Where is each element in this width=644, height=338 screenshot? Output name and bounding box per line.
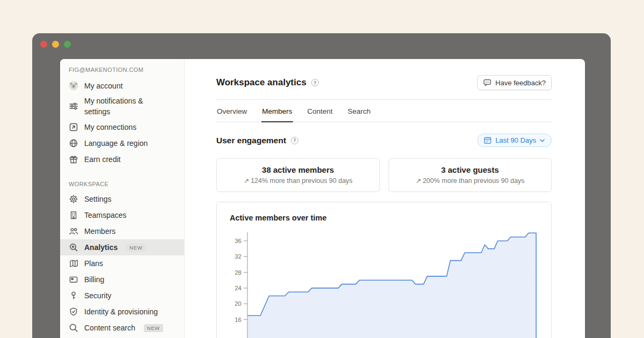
- new-badge: NEW: [144, 324, 163, 332]
- engagement-title-text: User engagement: [216, 136, 286, 145]
- sidebar-item-identity-provisioning[interactable]: Identity & provisioning: [60, 304, 184, 320]
- people-icon: [69, 226, 78, 236]
- sidebar-item-language-region[interactable]: Language & region: [60, 135, 184, 151]
- sidebar-item-billing[interactable]: Billing: [60, 271, 184, 288]
- date-range-label: Last 90 Days: [495, 136, 536, 144]
- trend-up-icon: ↗: [244, 177, 249, 185]
- zoom-in-icon: [69, 243, 78, 252]
- sidebar-item-earn-credit[interactable]: Earn credit: [60, 151, 184, 167]
- engagement-header: User engagement ? Last 90 Days: [216, 134, 552, 147]
- sidebar-item-label: Settings: [84, 195, 112, 203]
- sidebar-item-label: Members: [84, 227, 115, 236]
- active-guests-card: 3 active guests ↗200% more than previous…: [389, 158, 552, 192]
- active-members-delta: ↗124% more than previous 90 days: [221, 177, 375, 185]
- help-icon[interactable]: ?: [291, 137, 298, 144]
- calendar-icon: [484, 136, 492, 144]
- active-members-card: 38 active members ↗124% more than previo…: [216, 158, 380, 192]
- settings-sidebar: FIG@MAKENOTION.COM My account My noti: [60, 59, 185, 338]
- sidebar-item-label: Plans: [84, 259, 103, 268]
- stat-cards: 38 active members ↗124% more than previo…: [216, 158, 552, 192]
- tab-overview[interactable]: Overview: [216, 100, 247, 122]
- sidebar-item-analytics[interactable]: Analytics NEW: [60, 239, 184, 255]
- sidebar-item-label: My notifications & settings: [84, 95, 166, 117]
- window-controls: [40, 41, 71, 48]
- arrow-up-right-box-icon: [69, 122, 78, 132]
- have-feedback-label: Have feedback?: [495, 79, 546, 87]
- chart-title: Active members over time: [230, 214, 538, 222]
- sidebar-item-label: Earn credit: [84, 155, 121, 164]
- sidebar-item-content-search[interactable]: Content search NEW: [60, 320, 184, 336]
- page-title-text: Workspace analytics: [216, 77, 306, 88]
- sidebar-item-my-account[interactable]: My account: [60, 78, 184, 94]
- date-range-filter[interactable]: Last 90 Days: [477, 134, 552, 147]
- page-title: Workspace analytics ?: [216, 77, 319, 88]
- sidebar-item-label: Content search: [84, 324, 135, 332]
- sidebar-item-label: Language & region: [84, 139, 148, 148]
- new-badge: NEW: [126, 244, 145, 252]
- svg-text:32: 32: [235, 253, 241, 260]
- workspace-section-label: WORKSPACE: [60, 181, 184, 187]
- search-icon: [69, 323, 78, 333]
- tab-search[interactable]: Search: [347, 100, 371, 122]
- gift-icon: [69, 155, 78, 164]
- credit-card-icon: [69, 275, 78, 284]
- active-members-area-chart: 162024283236: [230, 229, 538, 338]
- zoom-window-button[interactable]: [64, 41, 71, 48]
- building-icon: [69, 210, 78, 220]
- have-feedback-button[interactable]: Have feedback?: [477, 75, 552, 90]
- sidebar-item-members[interactable]: Members: [60, 223, 184, 239]
- sidebar-item-label: Billing: [84, 275, 104, 284]
- sidebar-item-label: My account: [84, 82, 123, 90]
- chat-bubble-icon: [483, 78, 492, 87]
- sidebar-item-label: Analytics: [84, 243, 118, 252]
- page-header: Workspace analytics ? Have feedback?: [216, 59, 552, 90]
- sidebar-item-notifications-settings[interactable]: My notifications & settings: [60, 94, 184, 119]
- sidebar-item-label: My connections: [84, 123, 136, 131]
- sidebar-item-label: Security: [84, 291, 112, 300]
- help-icon[interactable]: ?: [311, 79, 319, 86]
- active-members-value: 38 active members: [221, 165, 375, 174]
- sidebar-item-security[interactable]: Security: [60, 288, 184, 304]
- minimize-window-button[interactable]: [52, 41, 59, 48]
- svg-text:24: 24: [235, 285, 241, 291]
- avatar-icon: [69, 81, 78, 91]
- sidebar-item-settings[interactable]: Settings: [60, 191, 184, 207]
- svg-text:16: 16: [235, 317, 241, 323]
- gear-icon: [69, 194, 78, 204]
- analytics-tabs: Overview Members Content Search: [216, 100, 552, 122]
- chevron-down-icon: [540, 139, 545, 142]
- trend-up-icon: ↗: [415, 177, 421, 185]
- shield-check-icon: [69, 307, 78, 317]
- sidebar-item-label: Identity & provisioning: [84, 307, 158, 316]
- tab-content[interactable]: Content: [307, 100, 333, 122]
- sidebar-item-my-connections[interactable]: My connections: [60, 119, 184, 135]
- close-window-button[interactable]: [40, 41, 47, 48]
- sidebar-item-plans[interactable]: Plans: [60, 255, 184, 271]
- analytics-main-panel: Workspace analytics ? Have feedback?: [185, 59, 585, 338]
- active-guests-value: 3 active guests: [393, 165, 547, 174]
- globe-icon: [69, 138, 78, 148]
- svg-text:28: 28: [235, 269, 241, 276]
- tab-members[interactable]: Members: [261, 100, 292, 122]
- app-window: FIG@MAKENOTION.COM My account My noti: [32, 33, 611, 338]
- sidebar-item-teamspaces[interactable]: Teamspaces: [60, 207, 184, 223]
- svg-text:20: 20: [235, 300, 241, 307]
- engagement-title: User engagement ?: [216, 136, 298, 145]
- sidebar-item-label: Teamspaces: [84, 211, 127, 219]
- sliders-icon: [69, 101, 78, 111]
- svg-text:36: 36: [235, 238, 241, 244]
- settings-dialog: FIG@MAKENOTION.COM My account My noti: [60, 59, 585, 338]
- key-icon: [69, 291, 78, 300]
- active-members-chart-card: Active members over time 162024283236: [216, 202, 552, 338]
- map-icon: [69, 259, 78, 268]
- account-email: FIG@MAKENOTION.COM: [60, 67, 184, 73]
- active-guests-delta: ↗200% more than previous 90 days: [393, 177, 547, 185]
